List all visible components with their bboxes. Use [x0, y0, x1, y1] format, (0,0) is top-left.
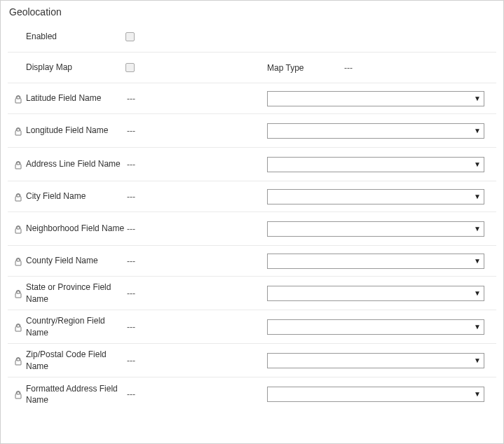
geolocation-panel: Geolocation Enabled Display Map Map Type…	[0, 0, 504, 444]
address-line-value: ---	[127, 160, 155, 169]
city-value: ---	[127, 192, 155, 202]
country-label: Country/Region Field Name	[22, 315, 127, 338]
chevron-down-icon: ▼	[474, 258, 481, 265]
chevron-down-icon: ▼	[474, 161, 481, 168]
longitude-value: ---	[127, 126, 155, 136]
neighborhood-value: ---	[127, 224, 155, 234]
row-country: Country/Region Field Name --- ▼	[8, 310, 496, 344]
zip-value: ---	[127, 356, 155, 366]
neighborhood-select[interactable]: ▼	[267, 221, 484, 237]
map-type-value: ---	[344, 63, 372, 73]
lock-icon	[15, 324, 22, 332]
row-zip: Zip/Postal Code Field Name --- ▼	[8, 344, 496, 377]
lock-icon	[15, 161, 22, 169]
chevron-down-icon: ▼	[474, 127, 481, 134]
chevron-down-icon: ▼	[474, 391, 481, 398]
lock-icon	[15, 95, 22, 104]
formatted-address-select[interactable]: ▼	[267, 387, 484, 402]
display-map-checkbox[interactable]	[125, 63, 135, 72]
enabled-checkbox[interactable]	[125, 32, 135, 41]
chevron-down-icon: ▼	[474, 324, 481, 331]
neighborhood-label: Neighborhood Field Name	[22, 223, 127, 234]
lock-icon	[15, 127, 22, 136]
lock-icon	[15, 357, 22, 366]
country-select[interactable]: ▼	[267, 319, 484, 335]
row-longitude: Longitude Field Name --- ▼	[8, 114, 496, 148]
panel-title: Geolocation	[9, 6, 496, 18]
address-line-select[interactable]: ▼	[267, 157, 484, 172]
county-label: County Field Name	[22, 255, 127, 266]
row-state: State or Province Field Name --- ▼	[8, 277, 496, 310]
chevron-down-icon: ▼	[474, 95, 481, 102]
lock-icon	[15, 258, 22, 266]
row-enabled: Enabled	[8, 22, 496, 53]
display-map-label: Display Map	[22, 62, 127, 73]
zip-select[interactable]: ▼	[267, 353, 484, 368]
chevron-down-icon: ▼	[474, 226, 481, 233]
latitude-value: ---	[127, 94, 155, 104]
row-display-map: Display Map Map Type ---	[8, 53, 496, 83]
lock-icon	[15, 290, 22, 298]
longitude-label: Longitude Field Name	[22, 125, 127, 136]
row-county: County Field Name --- ▼	[8, 246, 496, 277]
zip-label: Zip/Postal Code Field Name	[22, 349, 127, 371]
lock-icon	[15, 226, 22, 234]
state-value: ---	[127, 289, 155, 298]
lock-icon	[15, 391, 22, 399]
row-latitude: Latitude Field Name --- ▼	[8, 83, 496, 114]
chevron-down-icon: ▼	[474, 193, 481, 200]
row-address-line: Address Line Field Name --- ▼	[8, 148, 496, 181]
lock-icon	[15, 193, 22, 202]
row-city: City Field Name --- ▼	[8, 181, 496, 212]
state-label: State or Province Field Name	[22, 282, 127, 304]
row-neighborhood: Neighborhood Field Name --- ▼	[8, 212, 496, 246]
state-select[interactable]: ▼	[267, 286, 484, 301]
row-formatted-address: Formatted Address Field Name --- ▼	[8, 377, 496, 411]
chevron-down-icon: ▼	[474, 357, 481, 364]
latitude-label: Latitude Field Name	[22, 92, 127, 104]
country-value: ---	[127, 322, 155, 332]
latitude-select[interactable]: ▼	[267, 91, 484, 106]
county-select[interactable]: ▼	[267, 254, 484, 269]
formatted-address-label: Formatted Address Field Name	[22, 383, 127, 405]
longitude-select[interactable]: ▼	[267, 123, 484, 139]
address-line-label: Address Line Field Name	[22, 158, 127, 169]
city-label: City Field Name	[22, 190, 127, 202]
map-type-label: Map Type	[267, 63, 344, 73]
city-select[interactable]: ▼	[267, 189, 484, 204]
county-value: ---	[127, 256, 155, 266]
formatted-address-value: ---	[127, 389, 155, 399]
chevron-down-icon: ▼	[474, 290, 481, 297]
enabled-label: Enabled	[22, 31, 127, 42]
